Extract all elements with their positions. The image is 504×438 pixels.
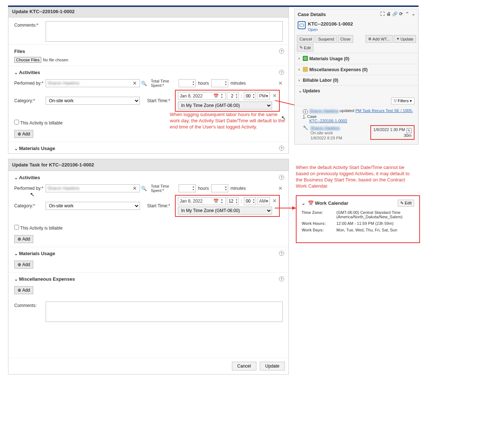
minute-input[interactable]: ▲▼ [244, 92, 256, 100]
add-button[interactable]: ⊕Add [14, 286, 33, 294]
billable-checkbox[interactable]: This Activity is billable [14, 120, 62, 126]
timezone-select[interactable]: In My Time Zone (GMT-06:00) [178, 101, 272, 110]
edit-icon: ✎ [299, 45, 303, 50]
user-link[interactable]: Sharon Hawkins [310, 125, 342, 130]
add-button[interactable]: ⊕Add [14, 261, 33, 269]
category-select[interactable]: On-site work [46, 202, 140, 210]
performed-by-label: Performed by:* [14, 81, 46, 86]
comments-input[interactable] [46, 21, 283, 42]
user-link[interactable]: Sharon Hawkins [309, 108, 339, 113]
case-details-title: Case Details [298, 12, 326, 17]
ampm-select[interactable]: AM ▾ [257, 197, 270, 205]
filter-icon: ▽ [394, 99, 397, 103]
ampm-select[interactable]: PM ▾ [257, 92, 270, 100]
help-icon[interactable]: ? [279, 251, 284, 256]
activities-section[interactable]: ⌄Activities? [8, 66, 289, 77]
link-icon[interactable]: 🔗 [392, 11, 397, 16]
date-input[interactable]: Jan 8, 2022📅▲▼ [178, 197, 226, 205]
add-wt-button[interactable]: ⊕Add WT... [366, 35, 393, 43]
help-icon[interactable]: ? [279, 175, 284, 180]
minutes-input[interactable]: ▲▼ [211, 79, 228, 87]
plus-icon: ⊕ [18, 288, 21, 293]
activity-time: 1/8/2022 8:29 PM [310, 135, 342, 141]
expand-all-icon[interactable]: ⌄ [411, 11, 416, 16]
minute-input[interactable]: ▲▼ [244, 197, 256, 205]
suspend-button[interactable]: Suspend [316, 35, 336, 43]
choose-files-button[interactable]: Choose Files [14, 57, 41, 63]
update-button[interactable]: ✦Update [394, 35, 416, 43]
chevron-down-icon: ⌄ [14, 175, 19, 180]
help-icon[interactable]: ? [279, 49, 284, 54]
help-icon[interactable]: ? [279, 276, 284, 281]
search-icon[interactable]: 🔍 [140, 81, 148, 86]
hours-label: hours [198, 186, 209, 191]
comments-label: Comments: [14, 301, 46, 308]
cancel-button[interactable]: Cancel [297, 35, 314, 43]
start-time-label: Start Time:* [147, 203, 175, 208]
comments-label: Comments:* [14, 21, 46, 28]
edit-button[interactable]: ✎Edit [297, 44, 313, 51]
work-hours-value: 12:00 AM - 11:59 PM (23h 59m) [336, 221, 414, 226]
refresh-icon[interactable]: ⟳ [398, 11, 404, 16]
materials-usage-section[interactable]: ⌄Materials Usage? [8, 142, 289, 153]
case-link[interactable]: KTC--220106-1-0002 [309, 119, 347, 123]
wand-icon: ✦ [396, 36, 400, 41]
calendar-icon[interactable]: 📅 [213, 199, 219, 204]
update-task-panel: Update Task for KTC--220106-1-0002 ⌄Acti… [8, 159, 289, 374]
edit-icon: ✎ [400, 201, 404, 205]
comments-input[interactable] [46, 301, 283, 322]
hours-input[interactable]: ▲▼ [179, 184, 196, 192]
close-icon[interactable]: ✕ [272, 93, 277, 99]
clear-icon[interactable]: ✕ [131, 80, 138, 86]
billable-labor-accordion[interactable]: Billable Labor (0) [295, 75, 418, 85]
search-icon[interactable]: 🔍 [140, 186, 148, 191]
billable-checkbox[interactable]: This Activity is billable [14, 226, 62, 231]
category-select[interactable]: On-site work [46, 97, 140, 105]
minutes-label: minutes [230, 81, 246, 86]
close-icon[interactable]: ✕ [278, 185, 283, 191]
add-button[interactable]: ⊕Add [14, 130, 33, 138]
chevron-down-icon: ⌄ [14, 146, 19, 151]
close-button[interactable]: Close [338, 35, 353, 43]
print-icon[interactable]: 🖨 [386, 11, 391, 16]
expenses-icon [303, 67, 308, 72]
hours-input[interactable]: ▲▼ [179, 79, 196, 87]
minutes-label: minutes [230, 186, 246, 191]
close-icon[interactable]: ✕ [272, 198, 277, 204]
cancel-button[interactable]: Cancel [232, 362, 256, 370]
hour-input[interactable]: ▲▼ [227, 92, 239, 100]
activities-section[interactable]: ⌄Activities? [8, 171, 289, 182]
collapse-all-icon[interactable]: ⌃ [405, 11, 410, 16]
misc-expenses-accordion[interactable]: Miscellaneous Expenses (0) [295, 64, 418, 75]
update-case-panel: Update KTC--220106-1-0002 Comments:* Fil… [8, 5, 289, 154]
work-hours-label: Work Hours: [302, 221, 336, 226]
clear-icon[interactable]: ✕ [131, 185, 138, 191]
hours-label: hours [198, 81, 209, 86]
case-id: KTC--220106-1-0002Open [308, 21, 353, 32]
edit-button[interactable]: ✎Edit [398, 200, 414, 207]
start-time-label: Start Time:* [147, 98, 175, 103]
materials-usage-accordion[interactable]: Materials Usage (0) [295, 53, 418, 64]
expand-icon[interactable]: ⛶ [380, 11, 385, 16]
work-days-label: Work Days: [302, 228, 336, 232]
total-time-label: Total Time Spent:* [151, 79, 179, 88]
help-icon[interactable]: ? [279, 146, 284, 151]
update-button[interactable]: Update [260, 362, 285, 370]
updates-accordion[interactable]: Updates [295, 85, 418, 96]
misc-expenses-section[interactable]: ⌄Miscellaneous Expenses? [8, 272, 289, 284]
performed-by-input[interactable]: ✕ [46, 184, 140, 192]
timezone-select[interactable]: In My Time Zone (GMT-06:00) [178, 207, 272, 215]
date-input[interactable]: Jan 8, 2022📅▲▼ [178, 92, 226, 100]
close-icon[interactable]: ✕ [278, 80, 283, 86]
work-days-value: Mon, Tue, Wed, Thu, Fri, Sat, Sun [336, 228, 414, 232]
calendar-icon[interactable]: 📅 [213, 93, 219, 99]
minutes-input[interactable]: ▲▼ [211, 184, 228, 192]
filters-button[interactable]: ▽ Filters ▾ [391, 97, 415, 104]
hour-input[interactable]: ▲▼ [227, 197, 239, 205]
add-button[interactable]: ⊕Add [14, 235, 33, 243]
annotation-text-2: When the default Activity Start Date/Tim… [296, 164, 416, 189]
help-icon[interactable]: ? [279, 70, 284, 75]
edit-icon[interactable]: ✎ [406, 128, 412, 133]
materials-usage-section[interactable]: ⌄Materials Usage? [8, 247, 289, 258]
performed-by-input[interactable]: ✕ [46, 79, 140, 87]
